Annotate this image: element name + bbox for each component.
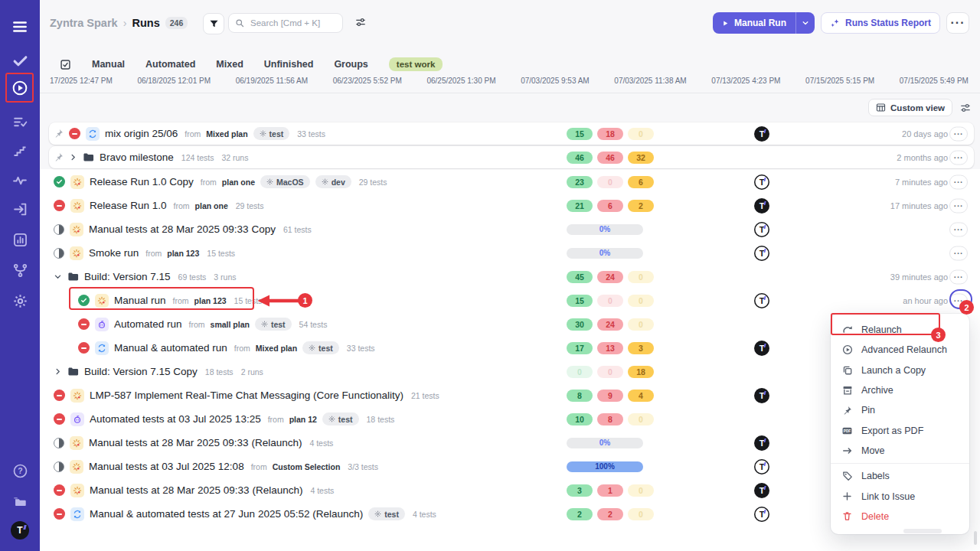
tag-filter-test-work[interactable]: test work [389, 57, 443, 71]
run-plan[interactable]: plan 123 [194, 296, 227, 305]
assignee-avatar[interactable]: T [754, 483, 769, 498]
sidebar-item-activity[interactable] [0, 168, 40, 191]
run-row[interactable]: mix origin 25/06fromMixed plantest33 tes… [49, 122, 974, 145]
assignee-avatar[interactable]: T [754, 459, 769, 474]
expand-chevron-icon[interactable] [54, 272, 62, 281]
sidebar-user-avatar[interactable]: T [0, 519, 40, 542]
assignee-avatar[interactable]: T [754, 198, 769, 214]
view-settings-icon[interactable] [960, 103, 971, 113]
sidebar-item-reports[interactable] [0, 228, 40, 251]
manual-run-dropdown[interactable] [795, 12, 815, 34]
sidebar-item-versions[interactable] [0, 259, 40, 282]
menu-item-move[interactable]: Move [831, 441, 969, 461]
run-name[interactable]: Automated tests at 03 Jul 2025 13:25 [90, 413, 261, 425]
run-row[interactable]: Release Run 1.0fromplan one29 tests2162T… [49, 194, 974, 217]
row-menu-button[interactable]: ··· [949, 222, 968, 236]
horizontal-scrollbar[interactable] [903, 529, 942, 533]
run-name[interactable]: Manual tests at 03 Jul 2025 12:08 [89, 461, 244, 472]
menu-item-link-to-issue[interactable]: Link to Issue [831, 486, 969, 506]
row-menu-button[interactable]: ··· [949, 293, 968, 308]
run-plan[interactable]: plan one [195, 201, 228, 210]
assignee-avatar[interactable]: T [754, 246, 769, 261]
menu-item-labels[interactable]: Labels [831, 466, 969, 486]
row-menu-button[interactable]: ··· [949, 150, 968, 165]
search-settings-icon[interactable] [355, 17, 366, 28]
run-name[interactable]: Manual & automated tests at 27 Jun 2025 … [90, 508, 363, 520]
run-plan[interactable]: Custom Selection [273, 462, 341, 471]
assignee-avatar[interactable]: T [754, 507, 769, 522]
sidebar-item-runs-play[interactable] [0, 77, 40, 99]
manual-run-button[interactable]: Manual Run [713, 12, 815, 34]
run-name[interactable]: Manual tests at 28 Mar 2025 09:33 (Relau… [90, 484, 302, 496]
row-menu-button[interactable]: ··· [949, 174, 968, 189]
run-name[interactable]: Release Run 1.0 Copy [90, 176, 194, 187]
run-row[interactable]: Bravo milestone124 tests32 runs4646322 m… [49, 146, 974, 168]
sidebar-item-help[interactable]: ? [0, 459, 40, 482]
run-row[interactable]: Smoke runfromplan 12315 tests0%T··· [49, 241, 974, 265]
menu-item-launch-a-copy[interactable]: Launch a Copy [831, 360, 969, 380]
vertical-scrollbar[interactable] [974, 531, 977, 545]
run-name[interactable]: Manual & automated run [114, 342, 227, 354]
assignee-avatar[interactable]: T [754, 126, 769, 142]
assignee-avatar[interactable]: T [754, 388, 769, 403]
run-plan[interactable]: plan 12 [289, 415, 317, 424]
run-name[interactable]: Smoke run [89, 247, 139, 259]
tab-groups[interactable]: Groups [334, 59, 368, 70]
menu-item-advanced-relaunch[interactable]: Advanced Relaunch [831, 340, 969, 360]
sidebar-item-steps[interactable] [0, 139, 40, 162]
run-name[interactable]: Bravo milestone [100, 152, 174, 163]
run-plan[interactable]: Mixed plan [256, 344, 297, 353]
row-menu-button[interactable]: ··· [949, 269, 968, 284]
row-menu-button[interactable]: ··· [949, 126, 968, 141]
run-name[interactable]: LMP-587 Implement Real-Time Chat Messagi… [90, 390, 403, 401]
run-plan[interactable]: plan one [222, 178, 255, 187]
run-row[interactable]: Manual runfromplan 12315 tests1500Tan ho… [49, 289, 974, 312]
custom-view-button[interactable]: Custom view [868, 99, 952, 116]
run-row[interactable]: Manual tests at 28 Mar 2025 09:33 Copy61… [49, 217, 974, 241]
runs-status-report-button[interactable]: Runs Status Report [821, 12, 940, 34]
tab-automated[interactable]: Automated [145, 59, 195, 70]
search-box[interactable] [228, 13, 343, 33]
sidebar-item-test-cases[interactable] [0, 110, 40, 133]
assignee-avatar[interactable]: T [754, 293, 769, 308]
tab-manual[interactable]: Manual [92, 59, 125, 70]
sidebar-item-menu[interactable] [0, 15, 40, 38]
run-row[interactable]: Release Run 1.0 Copyfromplan oneMacOSdev… [49, 170, 974, 194]
breadcrumb-project[interactable]: Zyntra Spark [50, 17, 118, 29]
header-more-button[interactable]: ··· [946, 12, 969, 34]
sidebar-item-tasks-check[interactable] [0, 49, 40, 72]
assignee-avatar[interactable]: T [754, 341, 769, 356]
tab-mixed[interactable]: Mixed [216, 59, 243, 70]
menu-item-archive[interactable]: Archive [831, 380, 969, 400]
run-name[interactable]: Release Run 1.0 [90, 200, 167, 211]
run-name[interactable]: Automated run [114, 318, 182, 330]
menu-item-pin[interactable]: Pin [831, 400, 969, 420]
filter-button[interactable] [203, 13, 224, 34]
run-plan[interactable]: Mixed plan [206, 129, 247, 139]
run-name[interactable]: Manual tests at 28 Mar 2025 09:33 Copy [89, 223, 276, 235]
run-name[interactable]: Manual tests at 28 Mar 2025 09:33 (Relau… [89, 437, 302, 448]
run-row[interactable]: Build: Version 7.1569 tests3 runs4524039… [49, 265, 974, 289]
tab-unfinished[interactable]: Unfinished [264, 59, 314, 70]
menu-item-delete[interactable]: Delete [831, 507, 969, 527]
all-runs-icon[interactable] [60, 59, 71, 70]
run-name[interactable]: Manual run [114, 295, 166, 306]
row-menu-button[interactable]: ··· [949, 246, 968, 260]
run-name[interactable]: Build: Version 7.15 [84, 271, 171, 282]
menu-item-export-as-pdf[interactable]: PDFExport as PDF [831, 420, 969, 440]
expand-chevron-icon[interactable] [54, 367, 62, 376]
sidebar-item-sign-in[interactable] [0, 197, 40, 220]
menu-item-relaunch[interactable]: Relaunch [831, 320, 969, 340]
sidebar-item-settings[interactable] [0, 289, 40, 312]
run-name[interactable]: Build: Version 7.15 Copy [84, 366, 198, 377]
run-plan[interactable]: small plan [211, 320, 250, 329]
assignee-avatar[interactable]: T [754, 174, 769, 190]
assignee-avatar[interactable]: T [754, 435, 769, 451]
expand-chevron-icon[interactable] [69, 153, 77, 161]
assignee-avatar[interactable]: T [754, 222, 769, 237]
sidebar-item-projects[interactable] [0, 490, 40, 513]
run-name[interactable]: mix origin 25/06 [105, 128, 178, 139]
search-input[interactable] [249, 18, 336, 28]
run-plan[interactable]: plan 123 [167, 249, 199, 258]
row-menu-button[interactable]: ··· [949, 198, 968, 213]
